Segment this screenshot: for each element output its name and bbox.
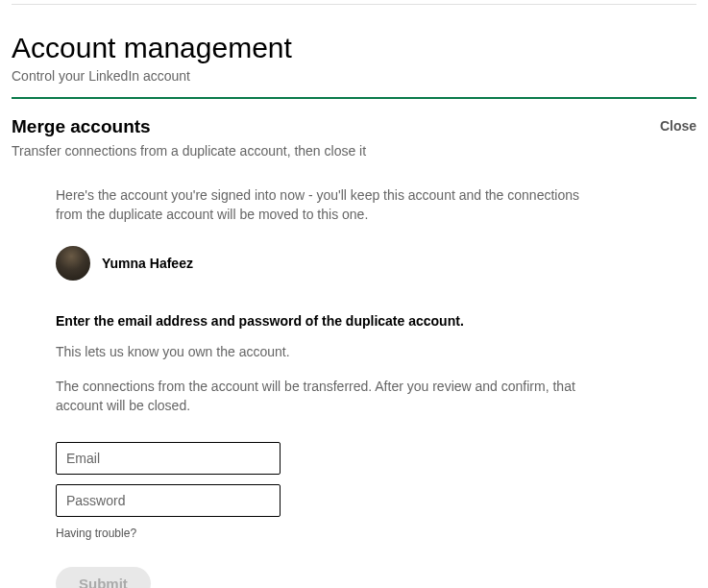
- instruction-line-1: This lets us know you own the account.: [56, 342, 613, 361]
- top-divider: [12, 4, 696, 5]
- password-field[interactable]: [56, 484, 281, 517]
- account-name: Yumna Hafeez: [102, 256, 193, 271]
- having-trouble-link[interactable]: Having trouble?: [56, 527, 639, 540]
- close-button[interactable]: Close: [660, 116, 696, 134]
- email-field[interactable]: [56, 442, 281, 475]
- section-title: Merge accounts: [12, 116, 151, 137]
- section-header: Merge accounts Close: [12, 116, 696, 137]
- intro-text: Here's the account you're signed into no…: [56, 185, 594, 225]
- page-subtitle: Control your LinkedIn account: [12, 68, 696, 84]
- content-area: Here's the account you're signed into no…: [12, 185, 696, 588]
- section-subtitle: Transfer connections from a duplicate ac…: [12, 143, 696, 159]
- submit-button[interactable]: Submit: [56, 567, 151, 588]
- avatar: [56, 246, 90, 281]
- accent-divider: [12, 97, 696, 99]
- page-title: Account management: [12, 32, 696, 64]
- merge-form: Having trouble? Submit: [56, 442, 639, 588]
- instruction-heading: Enter the email address and password of …: [56, 313, 639, 329]
- current-account-row: Yumna Hafeez: [56, 246, 639, 281]
- instruction-line-2: The connections from the account will be…: [56, 377, 613, 416]
